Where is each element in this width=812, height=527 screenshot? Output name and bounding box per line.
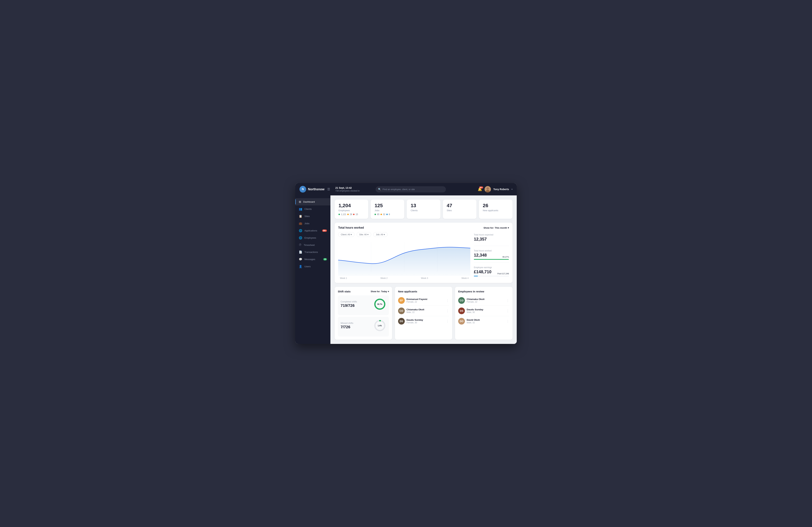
chart-x-labels: Week 1 Week 2 Week 3 Week 4 bbox=[338, 277, 470, 279]
shift-stats-header: Shift stats Show for: Today ▾ bbox=[338, 290, 389, 293]
sidebar-label-employees: Employees bbox=[304, 236, 316, 239]
employees-icon: 🌐 bbox=[299, 236, 302, 239]
chart-filters: Client: All ▾ Site: All ▾ Job: All ▾ bbox=[338, 232, 470, 237]
timesheet-icon: ⏱ bbox=[299, 244, 302, 247]
hamburger-icon[interactable]: ☰ bbox=[327, 187, 330, 191]
jobs-label: Jobs bbox=[375, 209, 401, 212]
new-applicants-panel: New applicants EF Emmanuel Fayemi Female… bbox=[395, 287, 452, 340]
shift-show-for-label: Show for: bbox=[371, 290, 380, 293]
employees-label: Employees bbox=[338, 209, 364, 212]
jobs-value: 125 bbox=[375, 203, 401, 208]
search-input[interactable] bbox=[376, 186, 446, 192]
dot-orange-jobs bbox=[380, 214, 382, 215]
clocked-in-count: 734 employees clocked in bbox=[335, 190, 360, 192]
sidebar-item-users[interactable]: 👤 Users bbox=[295, 263, 330, 270]
chart-label-week1: Week 1 bbox=[340, 277, 347, 279]
sites-value: 47 bbox=[447, 203, 473, 208]
filter-site[interactable]: Site: All ▾ bbox=[357, 232, 371, 237]
review-name-1: Daudu Sunday bbox=[467, 308, 504, 311]
applicant-name-2: Daudu Sunday bbox=[407, 319, 444, 321]
employees-count-red: 15 bbox=[356, 213, 358, 216]
applicant-avatar-0: EF bbox=[398, 297, 405, 304]
sidebar-label-sites: Sites bbox=[304, 215, 310, 218]
notifications-badge: 99+ bbox=[479, 187, 483, 189]
jobs-dots: 85 32 8 bbox=[375, 213, 401, 216]
completed-row: Completed shifts 719/726 99.7% bbox=[340, 298, 386, 310]
stat-hours-expected: Total hours expected 12,357 bbox=[474, 234, 509, 246]
sidebar-item-applications[interactable]: 🌐 Applications 99+ bbox=[295, 227, 330, 234]
applicant-name-1: Chiamaka Okoli bbox=[407, 308, 444, 311]
review-panel-title: Employees in review bbox=[458, 290, 484, 293]
applicant-more-2[interactable]: ⋮ bbox=[446, 319, 449, 323]
chart-show-for-value: This month bbox=[495, 226, 507, 229]
app-window: N Northsnow ☰ 21 Sept, 13:42 734 employe… bbox=[295, 183, 517, 344]
sidebar-label-jobs: Jobs bbox=[304, 222, 309, 225]
user-chevron-icon[interactable]: ▾ bbox=[511, 188, 512, 190]
review-avatar-2: DO bbox=[458, 318, 465, 325]
bottom-grid: Shift stats Show for: Today ▾ Completed … bbox=[335, 287, 512, 340]
chart-right: Total hours expected 12,357 Total hours … bbox=[474, 232, 509, 279]
clients-label: Clients bbox=[410, 209, 436, 212]
applications-badge: 99+ bbox=[322, 230, 327, 232]
stat-card-employees: 1,204 Employees 1,121 28 15 bbox=[335, 200, 368, 219]
filter-client[interactable]: Client: All ▾ bbox=[338, 232, 354, 237]
messages-icon: 💬 bbox=[299, 258, 302, 261]
sidebar-item-clients[interactable]: 👥 Clients bbox=[295, 205, 330, 213]
sidebar-item-messages[interactable]: 💬 Messages 13 bbox=[295, 256, 330, 263]
review-info-0: Chiamaka Okoli Female, 22 bbox=[467, 298, 504, 303]
filter-job-chevron: ▾ bbox=[384, 233, 385, 236]
stat-card-clients: 13 Clients bbox=[407, 200, 440, 219]
chart-svg bbox=[338, 239, 470, 276]
chart-show-for-label: Show for: bbox=[483, 226, 494, 229]
missed-row: Missed shifts 7/726 1.4% bbox=[340, 319, 386, 332]
shift-stats-panel: Shift stats Show for: Today ▾ Completed … bbox=[335, 287, 392, 340]
dot-blue-jobs bbox=[386, 214, 388, 215]
review-more-0[interactable]: ⋮ bbox=[506, 298, 509, 303]
completed-donut-label: 99.7% bbox=[377, 303, 382, 305]
sidebar-label-applications: Applications bbox=[304, 229, 317, 232]
jobs-count-green: 85 bbox=[377, 213, 379, 216]
hours-worked-bar-wrap: 99.27% bbox=[474, 259, 509, 260]
app-name: Northsnow bbox=[308, 188, 324, 191]
filter-client-label: Client: All bbox=[341, 233, 350, 236]
date-display: 21 Sept, 13:42 bbox=[335, 187, 360, 189]
applicant-avatar-2: DS bbox=[398, 318, 405, 325]
applicant-more-0[interactable]: ⋮ bbox=[446, 298, 449, 303]
review-more-1[interactable]: ⋮ bbox=[506, 309, 509, 313]
stat-earnings: Employee earnings £148,710 Paid £17,246 bbox=[474, 266, 509, 279]
list-item: CO Chiamaka Okoli Male, 22 ⋮ bbox=[398, 306, 449, 316]
chart-show-for-button[interactable]: Show for: This month ▾ bbox=[483, 226, 509, 229]
earnings-label: Employee earnings bbox=[474, 266, 509, 269]
clients-icon: 👥 bbox=[299, 207, 302, 211]
review-more-2[interactable]: ⋮ bbox=[506, 319, 509, 323]
hours-expected-label: Total hours expected bbox=[474, 234, 509, 236]
sidebar-item-dashboard[interactable]: ⊞ Dashboard bbox=[295, 198, 330, 205]
sidebar-item-employees[interactable]: 🌐 Employees bbox=[295, 234, 330, 241]
dot-red bbox=[353, 214, 354, 215]
applicant-more-1[interactable]: ⋮ bbox=[446, 309, 449, 313]
shift-stats-show-for[interactable]: Show for: Today ▾ bbox=[371, 290, 389, 293]
list-item: DS Daudu Sunday Female, 30 ⋮ bbox=[398, 316, 449, 326]
sidebar-item-sites[interactable]: 📋 Sites bbox=[295, 213, 330, 220]
chart-title: Total hours worked bbox=[338, 226, 364, 229]
hours-worked-pct: 99.27% bbox=[503, 256, 509, 258]
sidebar-item-timesheet[interactable]: ⏱ Timesheet bbox=[295, 241, 330, 248]
sidebar-item-transactions[interactable]: 📄 Transactions bbox=[295, 248, 330, 256]
sites-label: Sites bbox=[447, 209, 473, 212]
jobs-count-blue: 8 bbox=[389, 213, 390, 216]
sidebar-label-transactions: Transactions bbox=[304, 251, 318, 253]
filter-site-label: Site: All bbox=[359, 233, 367, 236]
applicants-panel-title: New applicants bbox=[398, 290, 417, 293]
employees-dots: 1,121 28 15 bbox=[338, 213, 364, 216]
applicant-info-1: Chiamaka Okoli Male, 22 bbox=[407, 308, 444, 313]
employees-review-panel: Employees in review CO Chiamaka Okoli Fe… bbox=[455, 287, 512, 340]
stat-card-sites: 47 Sites bbox=[443, 200, 477, 219]
logo-icon: N bbox=[300, 186, 306, 193]
notifications-button[interactable]: 🔔 99+ bbox=[478, 187, 482, 191]
avatar bbox=[484, 186, 491, 192]
completed-donut: 99.7% bbox=[374, 298, 386, 310]
filter-job[interactable]: Job: All ▾ bbox=[373, 232, 388, 237]
sidebar-item-jobs[interactable]: 💼 Jobs bbox=[295, 220, 330, 227]
employees-value: 1,204 bbox=[338, 203, 364, 208]
completed-info: Completed shifts 719/726 bbox=[340, 301, 357, 308]
